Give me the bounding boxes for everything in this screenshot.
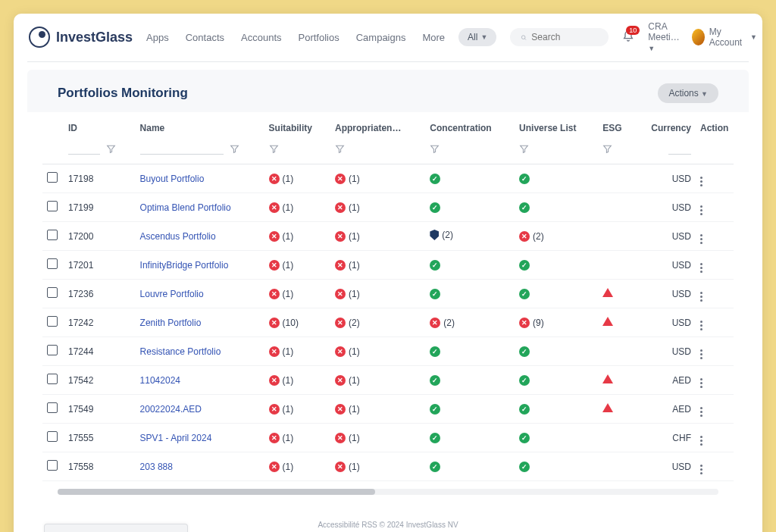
- row-actions-menu[interactable]: [700, 321, 702, 330]
- row-checkbox[interactable]: [47, 402, 58, 413]
- messaging-panel-collapsed[interactable]: ⌃ Messaging: [44, 524, 188, 532]
- col-esg[interactable]: ESG: [598, 112, 634, 139]
- appropriateness-status[interactable]: ✕ (1): [335, 375, 360, 386]
- suitability-status[interactable]: ✕ (1): [269, 375, 294, 386]
- cra-dropdown[interactable]: CRA Meeti… ▼: [648, 21, 679, 53]
- appropriateness-status[interactable]: ✕ (1): [335, 433, 360, 443]
- row-checkbox[interactable]: [47, 460, 58, 471]
- suitability-status[interactable]: ✕ (1): [269, 289, 294, 299]
- row-actions-menu[interactable]: [700, 177, 702, 186]
- nav-portfolios[interactable]: Portfolios: [299, 32, 340, 43]
- search-box[interactable]: [510, 28, 609, 46]
- appropriateness-status[interactable]: ✕ (1): [335, 231, 360, 242]
- row-checkbox[interactable]: [47, 374, 58, 384]
- suitability-status[interactable]: ✕ (1): [269, 462, 294, 472]
- search-input[interactable]: [531, 32, 598, 42]
- portfolio-link[interactable]: 203 888: [140, 462, 173, 472]
- row-actions-menu[interactable]: [700, 378, 702, 388]
- nav-apps[interactable]: Apps: [146, 32, 169, 43]
- appropriateness-status[interactable]: ✕ (1): [335, 260, 360, 271]
- suitability-status[interactable]: ✕ (1): [269, 404, 294, 415]
- concentration-status[interactable]: ✓: [430, 375, 440, 386]
- brand-logo[interactable]: InvestGlass: [29, 27, 133, 48]
- esg-status[interactable]: [602, 374, 613, 383]
- notifications-button[interactable]: 10: [622, 30, 634, 45]
- appropriateness-status[interactable]: ✕ (1): [335, 289, 360, 299]
- suitability-status[interactable]: ✕ (10): [269, 318, 299, 328]
- universe-status[interactable]: ✓: [519, 202, 530, 213]
- col-name[interactable]: Name: [136, 112, 264, 139]
- universe-status[interactable]: ✓: [519, 404, 530, 415]
- all-filter-pill[interactable]: All ▼: [458, 28, 496, 46]
- concentration-status[interactable]: ✓: [430, 289, 440, 299]
- concentration-status[interactable]: ✓: [430, 174, 440, 184]
- row-checkbox[interactable]: [47, 431, 58, 442]
- universe-status[interactable]: ✓: [519, 346, 530, 357]
- row-actions-menu[interactable]: [700, 263, 702, 273]
- filter-input-id[interactable]: [68, 142, 100, 155]
- my-account-dropdown[interactable]: My Account ▼: [692, 27, 757, 48]
- portfolio-link[interactable]: Louvre Portfolio: [140, 289, 204, 299]
- appropriateness-status[interactable]: ✕ (2): [335, 318, 360, 328]
- row-actions-menu[interactable]: [700, 349, 702, 359]
- portfolio-link[interactable]: Ascendus Portfolio: [140, 231, 216, 242]
- row-checkbox[interactable]: [47, 345, 58, 355]
- col-action[interactable]: Action: [696, 112, 734, 139]
- concentration-status[interactable]: ✓: [430, 462, 440, 472]
- horizontal-scrollbar[interactable]: [58, 489, 718, 495]
- concentration-status[interactable]: ✓: [430, 346, 440, 357]
- concentration-status[interactable]: ✓: [430, 404, 440, 415]
- portfolio-link[interactable]: SPV1 - April 2024: [140, 433, 212, 443]
- portfolio-link[interactable]: 11042024: [140, 375, 180, 386]
- concentration-status[interactable]: (2): [430, 230, 453, 240]
- appropriateness-status[interactable]: ✕ (1): [335, 202, 360, 213]
- esg-status[interactable]: [602, 288, 613, 297]
- portfolio-link[interactable]: Zenith Portfolio: [140, 318, 202, 328]
- appropriateness-status[interactable]: ✕ (1): [335, 462, 360, 472]
- suitability-status[interactable]: ✕ (1): [269, 260, 294, 271]
- appropriateness-status[interactable]: ✕ (1): [335, 174, 360, 184]
- portfolio-link[interactable]: InfinityBridge Portfolio: [140, 260, 229, 271]
- scrollbar-thumb[interactable]: [58, 489, 375, 495]
- appropriateness-status[interactable]: ✕ (1): [335, 346, 360, 357]
- col-suitability[interactable]: Suitability: [264, 112, 330, 139]
- appropriateness-status[interactable]: ✕ (1): [335, 404, 360, 415]
- filter-icon[interactable]: [230, 144, 239, 154]
- portfolio-link[interactable]: 20022024.AED: [140, 404, 202, 415]
- row-checkbox[interactable]: [47, 287, 58, 298]
- row-checkbox[interactable]: [47, 172, 58, 183]
- filter-icon[interactable]: [106, 144, 116, 154]
- concentration-status[interactable]: ✓: [430, 260, 440, 271]
- concentration-status[interactable]: ✓: [430, 433, 440, 443]
- col-concentration[interactable]: Concentration: [425, 112, 515, 139]
- esg-status[interactable]: [602, 403, 613, 412]
- filter-input-currency[interactable]: [668, 142, 691, 155]
- suitability-status[interactable]: ✕ (1): [269, 174, 294, 184]
- esg-status[interactable]: [602, 317, 613, 326]
- col-currency[interactable]: Currency: [634, 112, 696, 139]
- universe-status[interactable]: ✕ (2): [519, 231, 544, 242]
- suitability-status[interactable]: ✕ (1): [269, 202, 294, 213]
- concentration-status[interactable]: ✓: [430, 202, 440, 213]
- suitability-status[interactable]: ✕ (1): [269, 231, 294, 242]
- nav-contacts[interactable]: Contacts: [186, 32, 224, 43]
- portfolio-link[interactable]: Resistance Portfolio: [140, 346, 221, 357]
- universe-status[interactable]: ✕ (9): [519, 318, 544, 328]
- nav-accounts[interactable]: Accounts: [241, 32, 281, 43]
- row-actions-menu[interactable]: [700, 205, 702, 215]
- row-checkbox[interactable]: [47, 201, 58, 211]
- filter-icon[interactable]: [269, 144, 279, 154]
- row-checkbox[interactable]: [47, 230, 58, 240]
- universe-status[interactable]: ✓: [519, 174, 530, 184]
- nav-more[interactable]: More: [422, 32, 445, 43]
- universe-status[interactable]: ✓: [519, 260, 530, 271]
- universe-status[interactable]: ✓: [519, 433, 530, 443]
- portfolio-link[interactable]: Optima Blend Portfolio: [140, 202, 231, 213]
- portfolio-link[interactable]: Buyout Portfolio: [140, 174, 205, 184]
- universe-status[interactable]: ✓: [519, 462, 530, 472]
- row-checkbox[interactable]: [47, 258, 58, 269]
- suitability-status[interactable]: ✕ (1): [269, 346, 294, 357]
- actions-dropdown[interactable]: Actions ▼: [658, 83, 718, 103]
- concentration-status[interactable]: ✕ (2): [430, 318, 455, 328]
- row-actions-menu[interactable]: [700, 436, 702, 446]
